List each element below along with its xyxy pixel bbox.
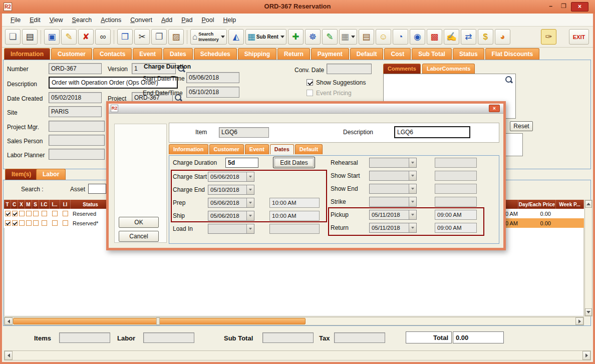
strike-dropdown[interactable] (369, 197, 417, 207)
menu-actions[interactable]: Actions (96, 15, 126, 25)
tab-contacts[interactable]: Contacts (93, 48, 132, 60)
prep-time-field[interactable]: 10:00 AM (269, 198, 320, 208)
row-checkbox[interactable] (12, 211, 18, 216)
dropdown-arrow-icon[interactable] (246, 224, 254, 233)
row-checkbox[interactable] (26, 211, 32, 216)
show-start-time-field[interactable] (435, 171, 477, 181)
dropdown-arrow-icon[interactable] (409, 184, 416, 193)
row-checkbox-cell[interactable] (50, 218, 60, 228)
minimize-button[interactable]: – (545, 2, 556, 12)
row-checkbox[interactable] (42, 211, 47, 216)
row-checkbox[interactable] (19, 211, 25, 216)
row-checkbox[interactable] (26, 220, 32, 226)
dropdown-arrow-icon[interactable] (246, 172, 254, 181)
scroll-down-button[interactable] (585, 308, 592, 316)
show-suggestions-checkbox[interactable] (307, 79, 313, 86)
dialog-tab-customer[interactable]: Customer (209, 144, 244, 154)
tab-status[interactable]: Status (453, 48, 484, 60)
row-checkbox[interactable] (63, 220, 68, 226)
tab-payment[interactable]: Payment (311, 48, 349, 60)
sales-person-field[interactable] (49, 135, 105, 146)
menu-file[interactable]: File (6, 15, 25, 25)
menu-add[interactable]: Add (157, 15, 177, 25)
date-created-field[interactable]: 05/02/2018 (49, 92, 102, 103)
close-button[interactable]: × (571, 2, 588, 12)
dropdown-arrow-icon[interactable] (409, 171, 416, 180)
note-edit-button[interactable]: ✎ (322, 29, 338, 45)
rehearsal-time-field[interactable] (435, 158, 477, 168)
return-time-field[interactable]: 09:00 AM (435, 223, 477, 233)
brush-button[interactable]: ✑ (541, 29, 556, 45)
row-checkbox-cell[interactable] (25, 209, 32, 218)
smiley-button[interactable]: ☺ (376, 29, 391, 45)
scroll-up-button[interactable] (585, 200, 592, 208)
grid-button[interactable]: ▦ (339, 29, 357, 45)
tab-customer[interactable]: Customer (51, 48, 92, 60)
pane-splitter[interactable] (156, 317, 160, 325)
menu-view[interactable]: View (45, 15, 68, 25)
edit-button[interactable]: ✎ (61, 29, 77, 45)
dropdown-arrow-icon[interactable] (409, 210, 416, 219)
row-checkbox-cell[interactable] (4, 218, 11, 228)
tab-labor[interactable]: Labor (36, 169, 66, 180)
menu-edit[interactable]: Edit (25, 15, 45, 25)
asset-field[interactable] (88, 184, 106, 194)
comments-search-icon[interactable] (505, 76, 513, 84)
cancel-button[interactable]: Cancel (119, 231, 159, 242)
dropdown-arrow-icon[interactable] (246, 185, 254, 194)
log-button[interactable]: ❒ (117, 29, 133, 45)
row-checkbox-cell[interactable] (60, 209, 71, 218)
row-checkbox[interactable] (33, 211, 39, 216)
row-checkbox[interactable] (12, 220, 18, 226)
maximize-button[interactable]: ❐ (558, 2, 569, 12)
load-in-time-field[interactable] (269, 224, 320, 234)
items-total-field[interactable] (59, 332, 110, 343)
tab-schedules[interactable]: Schedules (194, 48, 237, 60)
tax-field[interactable] (334, 332, 385, 343)
item-field[interactable]: LGQ6 (219, 127, 269, 138)
row-checkbox[interactable] (33, 220, 39, 226)
scroll-right-button[interactable] (582, 351, 590, 360)
scroll-left-button[interactable] (5, 351, 13, 360)
row-checkbox-cell[interactable] (25, 218, 32, 228)
dropdown-arrow-icon[interactable] (246, 211, 254, 220)
start-date-field[interactable]: 05/06/2018 (186, 72, 239, 83)
labor-planner-field[interactable] (49, 149, 105, 160)
row-checkbox-cell[interactable] (4, 209, 11, 218)
tab-event[interactable]: Event (133, 48, 162, 60)
dropdown-arrow-icon[interactable] (246, 198, 254, 207)
row-checkbox[interactable] (5, 220, 11, 226)
charge-end-dropdown[interactable]: 05/10/2018 (208, 185, 254, 195)
site-field[interactable]: PARIS (49, 106, 102, 117)
pickup-time-field[interactable]: 09:00 AM (435, 210, 477, 220)
show-end-dropdown[interactable] (369, 184, 417, 194)
labor-total-field[interactable] (143, 332, 194, 343)
tab-sub-total[interactable]: Sub Total (412, 48, 452, 60)
search-inventory-button[interactable]: ⌂ Search Inventory (190, 29, 227, 45)
row-checkbox[interactable] (63, 211, 68, 216)
dialog-tab-event[interactable]: Event (245, 144, 269, 154)
new-button[interactable]: ❏ (5, 29, 21, 45)
shapes-button[interactable]: ◭ (228, 29, 244, 45)
add-button[interactable]: ✚ (288, 29, 304, 45)
total-value-field[interactable]: 0.00 (453, 331, 504, 343)
tab-shipping[interactable]: Shipping (238, 48, 276, 60)
dialog-tab-dates[interactable]: Dates (270, 144, 294, 154)
notes-button[interactable]: ✍ (444, 29, 459, 45)
rehearsal-dropdown[interactable] (369, 158, 417, 168)
dropdown-arrow-icon[interactable] (409, 158, 416, 167)
copy-button[interactable]: ❐ (151, 29, 167, 45)
scroll-left-button[interactable] (5, 317, 13, 325)
dropdown-arrow-icon[interactable] (409, 197, 416, 206)
tab-comments[interactable]: Comments (383, 64, 421, 74)
edit-dates-button[interactable]: Edit Dates (273, 157, 315, 168)
row-checkbox-cell[interactable] (39, 209, 50, 218)
row-checkbox-cell[interactable] (39, 218, 50, 228)
print-button[interactable]: ▤ (22, 29, 38, 45)
dropdown-arrow-icon[interactable] (409, 223, 416, 232)
row-checkbox-cell[interactable] (32, 218, 39, 228)
tab-information[interactable]: Information (4, 48, 50, 60)
site-print-button[interactable]: ▤ (359, 29, 374, 45)
dropdown-caret-icon[interactable] (351, 36, 355, 38)
clock-button[interactable]: ◔ (393, 29, 408, 45)
